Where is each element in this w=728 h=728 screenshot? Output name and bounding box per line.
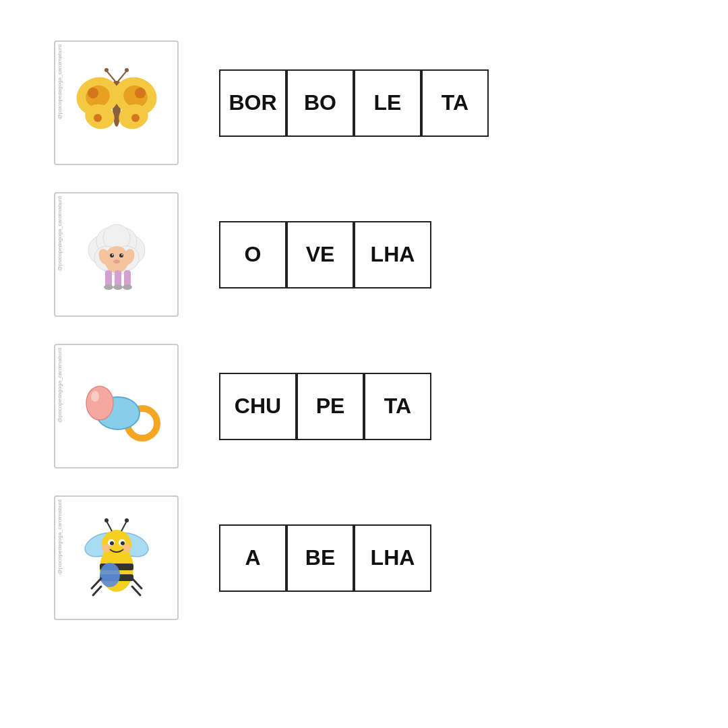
syllable-pe: PE <box>297 373 364 440</box>
page: @psicopedagoga_carolmaburd <box>0 0 728 728</box>
row-abelha: @psicopedagoga_carolmaburd <box>54 495 674 620</box>
syllable-le: LE <box>354 69 421 137</box>
svg-point-28 <box>121 254 123 255</box>
svg-point-8 <box>88 88 98 98</box>
image-pacifier: @psicopedagoga_carolmaburd <box>54 344 179 468</box>
watermark-3: @psicopedagoga_carolmaburd <box>55 345 64 425</box>
watermark-4: @psicopedagoga_carolmaburd <box>55 497 64 577</box>
syllable-ve: VE <box>286 221 354 289</box>
svg-line-56 <box>107 521 112 531</box>
syllable-be: BE <box>286 524 354 592</box>
image-bee: @psicopedagoga_carolmaburd <box>54 495 179 620</box>
svg-line-58 <box>121 521 127 531</box>
svg-point-55 <box>123 544 131 552</box>
svg-point-48 <box>100 563 120 587</box>
watermark-2: @psicopedagoga_carolmaburd <box>55 193 64 274</box>
syllable-chu: CHU <box>219 373 297 440</box>
svg-point-54 <box>102 544 111 552</box>
syllable-lha2: LHA <box>354 524 431 592</box>
svg-point-3 <box>104 68 109 72</box>
svg-rect-41 <box>117 412 130 419</box>
svg-point-37 <box>123 284 132 290</box>
syllables-ovelha: O VE LHA <box>219 221 431 289</box>
syllables-abelha: A BE LHA <box>219 524 431 592</box>
syllable-lha: LHA <box>354 221 431 289</box>
svg-point-53 <box>121 541 125 545</box>
svg-point-15 <box>131 114 140 122</box>
svg-point-25 <box>110 253 114 257</box>
svg-point-11 <box>135 88 146 98</box>
svg-point-59 <box>125 518 129 522</box>
syllables-borboleta: BOR BO LE TA <box>219 69 489 137</box>
svg-point-27 <box>112 254 113 255</box>
svg-point-29 <box>113 260 120 264</box>
svg-point-40 <box>86 386 113 420</box>
row-ovelha: @psicopedagoga_carolmaburd <box>54 192 674 317</box>
watermark-1: @psicopedagoga_carolmaburd <box>55 42 64 122</box>
syllable-ta2: TA <box>364 373 431 440</box>
svg-point-52 <box>110 541 114 545</box>
svg-point-26 <box>119 253 123 257</box>
syllable-o: O <box>219 221 286 289</box>
syllable-ta: TA <box>421 69 489 137</box>
syllable-a: A <box>219 524 286 592</box>
image-butterfly: @psicopedagoga_carolmaburd <box>54 40 179 165</box>
svg-line-63 <box>132 586 140 595</box>
svg-line-62 <box>93 586 101 595</box>
row-chupeta: @psicopedagoga_carolmaburd CHU PE TA <box>54 344 674 468</box>
svg-point-57 <box>104 518 109 522</box>
svg-point-35 <box>104 284 113 290</box>
image-sheep: @psicopedagoga_carolmaburd <box>54 192 179 317</box>
svg-point-42 <box>91 391 99 402</box>
svg-point-5 <box>125 68 129 72</box>
syllable-bo: BO <box>286 69 354 137</box>
row-borboleta: @psicopedagoga_carolmaburd <box>54 40 674 165</box>
svg-point-36 <box>113 284 123 290</box>
syllable-bor: BOR <box>219 69 286 137</box>
syllables-chupeta: CHU PE TA <box>219 373 431 440</box>
svg-point-13 <box>94 114 102 122</box>
